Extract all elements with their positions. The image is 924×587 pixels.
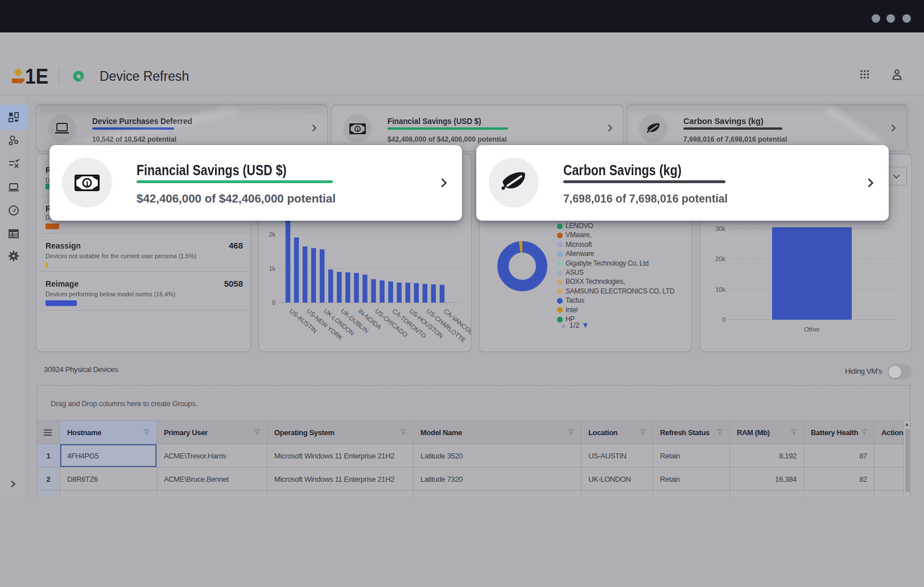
svg-text:30k: 30k <box>715 225 725 232</box>
svg-text:1: 1 <box>85 179 89 187</box>
svg-text:1k: 1k <box>269 265 275 272</box>
svg-text:1E: 1E <box>25 65 48 88</box>
svg-text:20k: 20k <box>715 255 725 262</box>
svg-text:Other: Other <box>804 326 820 333</box>
svg-text:1: 1 <box>356 126 358 131</box>
svg-text:10k: 10k <box>715 286 725 293</box>
svg-text:0: 0 <box>722 316 725 323</box>
svg-text:0: 0 <box>272 299 275 306</box>
svg-text:2k: 2k <box>269 231 275 238</box>
